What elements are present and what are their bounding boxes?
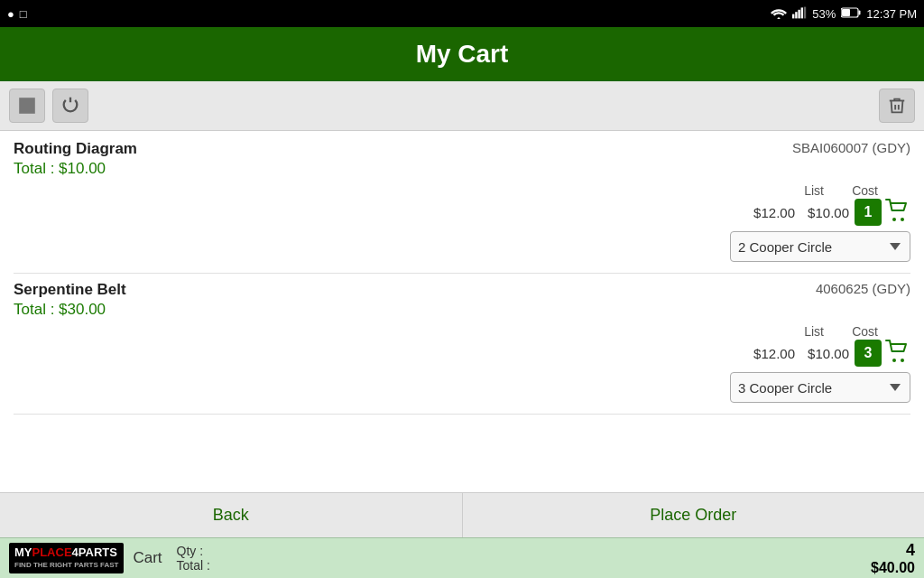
footer-cart-label: Cart [133,549,162,567]
svg-point-12 [892,359,896,362]
toolbar [0,81,924,131]
item-2-sku: 4060625 (GDY) [816,281,910,296]
status-bar: ● □ 53% 12: [0,0,924,27]
svg-rect-9 [19,98,35,114]
logo-place: PLACE [32,545,72,559]
logo-tagline: FIND THE RIGHT PARTS FAST [14,561,118,570]
item-2-name: Serpentine Belt [14,281,126,299]
item-2-qty: 3 [855,340,882,367]
item-2-list-label: List [761,324,824,339]
item-2-total: Total : $30.00 [14,301,910,319]
svg-rect-2 [796,12,798,18]
item-1-cost-label: Cost [824,183,878,198]
logo-my: MY [14,545,32,559]
item-2-cost-label: Cost [824,324,878,339]
item-1-cost-price: $10.00 [795,205,849,220]
svg-point-11 [901,218,904,221]
power-button[interactable] [52,89,88,123]
item-2-values: $12.00 $10.00 3 [732,339,910,368]
footer-total-amount: $40.00 [871,560,915,576]
svg-point-0 [778,17,781,19]
header: My Cart [0,27,924,81]
svg-rect-7 [859,10,861,14]
back-button[interactable]: Back [0,493,463,537]
wifi-icon [771,6,787,22]
item-2-location[interactable]: 2 Cooper Circle 3 Cooper Circle [14,372,910,403]
footer-qty-row: Qty : [177,544,872,558]
svg-rect-5 [804,6,806,18]
toolbar-left [9,89,88,123]
item-1-list-label: List [761,183,824,198]
item-2-cart-icon[interactable] [885,339,910,368]
item-2-pricing: List Cost $12.00 $10.00 3 [14,324,910,368]
item-2-header: Serpentine Belt 4060625 (GDY) [14,281,910,299]
logo-4: 4 [72,545,79,559]
item-1-name: Routing Diagram [14,140,137,158]
footer-count: 4 [906,541,915,560]
item-2-cost-price: $10.00 [795,346,849,361]
svg-rect-8 [842,9,850,16]
battery-icon [841,7,861,21]
item-1-location[interactable]: 2 Cooper Circle 3 Cooper Circle [14,231,910,262]
item-2-labels: List Cost [761,324,910,339]
item-2-location-select[interactable]: 2 Cooper Circle 3 Cooper Circle [730,372,910,403]
item-1-pricing: List Cost $12.00 $10.00 1 [14,183,910,227]
status-icons-right: 53% 12:37 PM [771,6,917,22]
footer-total-row: Total : [177,558,872,573]
square-button[interactable] [9,89,45,123]
footer-total-label: Total : [177,558,210,573]
svg-rect-4 [801,7,803,18]
item-1-cart-icon[interactable] [885,198,910,227]
page-title: My Cart [416,40,509,69]
item-1-header: Routing Diagram SBAI060007 (GDY) [14,140,910,158]
svg-rect-3 [799,9,800,18]
item-2-list-price: $12.00 [732,346,795,361]
time: 12:37 PM [866,7,917,21]
trash-button[interactable] [879,89,915,123]
logo-parts: PARTS [79,545,117,559]
place-order-button[interactable]: Place Order [463,493,925,537]
item-1-qty: 1 [855,199,882,226]
bottom-buttons: Back Place Order [0,492,924,537]
item-1-labels: List Cost [761,183,910,198]
status-icons-left: ● □ [7,7,27,21]
cart-item-2: Serpentine Belt 4060625 (GDY) Total : $3… [14,281,910,415]
svg-point-10 [892,218,896,221]
signal-icon [792,6,807,22]
svg-point-13 [901,359,904,362]
item-1-total: Total : $10.00 [14,160,910,178]
cart-item-1: Routing Diagram SBAI060007 (GDY) Total :… [14,140,910,274]
map-icon: □ [20,7,27,21]
footer-details: Qty : Total : [177,544,872,573]
footer-qty-label: Qty : [177,544,204,558]
location-icon: ● [7,7,14,21]
item-1-list-price: $12.00 [732,205,795,220]
cart-content: Routing Diagram SBAI060007 (GDY) Total :… [0,131,924,492]
item-1-sku: SBAI060007 (GDY) [792,140,910,155]
battery-label: 53% [812,7,836,21]
svg-rect-1 [792,14,794,18]
footer-right: 4 $40.00 [871,541,915,576]
item-1-values: $12.00 $10.00 1 [732,198,910,227]
logo: MYPLACE4PARTS FIND THE RIGHT PARTS FAST [9,543,124,573]
footer: MYPLACE4PARTS FIND THE RIGHT PARTS FAST … [0,537,924,578]
item-1-location-select[interactable]: 2 Cooper Circle 3 Cooper Circle [730,231,910,262]
